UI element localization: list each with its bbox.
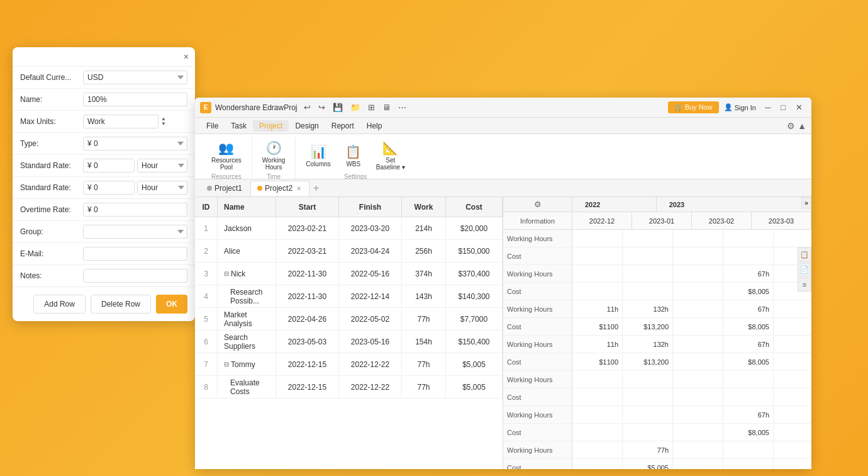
email-input[interactable] bbox=[83, 247, 187, 261]
menu-project[interactable]: Project bbox=[253, 120, 289, 132]
table-row[interactable]: 3 ⊟ Nick 2022-11-30 2022-05-16 374h $370… bbox=[195, 263, 503, 285]
name-value bbox=[83, 93, 187, 106]
gantt-month-row: Information 2022-12 2023-01 2023-02 2023… bbox=[503, 212, 811, 230]
table-row[interactable]: 7 ⊟ Tommy 2022-12-15 2022-12-22 77h $5,0… bbox=[195, 353, 503, 376]
gantt-data-3-cost-2023-01: $13,200 bbox=[623, 318, 673, 335]
window-close-button[interactable]: ✕ bbox=[792, 101, 806, 113]
ribbon-group-resources: 👥 ResourcesPool Resources bbox=[201, 138, 252, 179]
ok-button[interactable]: OK bbox=[156, 295, 187, 314]
tab-project2[interactable]: Project2 ✕ bbox=[250, 181, 309, 196]
menu-help[interactable]: Help bbox=[360, 120, 389, 132]
settings-gear-button[interactable]: ⚙ bbox=[787, 121, 795, 131]
tab-project1-label: Project1 bbox=[214, 184, 242, 193]
maximize-button[interactable]: □ bbox=[777, 101, 789, 113]
td-finish: 2022-12-14 bbox=[339, 285, 402, 307]
tab-project1[interactable]: Project1 bbox=[200, 181, 249, 196]
gantt-data-4-wh-2023-03: 67h bbox=[723, 336, 774, 353]
gantt-data-2-cost-2023-01 bbox=[623, 283, 673, 300]
default-currency-select[interactable]: USDEUR bbox=[83, 71, 187, 84]
td-cost: $5,005 bbox=[446, 353, 503, 375]
gantt-data-6-cost-2022-12 bbox=[572, 424, 623, 441]
gantt-month-2023-02: 2023-02 bbox=[692, 212, 752, 230]
menu-task[interactable]: Task bbox=[225, 120, 253, 132]
side-btn-2[interactable]: 📄 bbox=[798, 263, 811, 277]
gantt-data-7-cost-2023-03 bbox=[723, 459, 774, 469]
minimize-button[interactable]: ─ bbox=[761, 101, 774, 113]
gantt-data-2-wh-2022-12 bbox=[572, 265, 623, 282]
buy-now-button[interactable]: 🛒 Buy Now bbox=[668, 101, 719, 113]
gantt-data-4-wh-2022-12: 11h bbox=[572, 336, 623, 353]
more-button[interactable]: ⋯ bbox=[396, 101, 409, 113]
max-units-input[interactable] bbox=[83, 115, 159, 128]
menu-report[interactable]: Report bbox=[325, 120, 360, 132]
td-name: ⊟ Nick bbox=[218, 263, 276, 285]
name-input[interactable] bbox=[83, 93, 187, 106]
table-row[interactable]: 4 Research Possib... 2022-11-30 2022-12-… bbox=[195, 285, 503, 308]
collapse-ribbon-button[interactable]: ▲ bbox=[798, 121, 806, 131]
standard-rate-1-input[interactable] bbox=[83, 159, 135, 173]
gantt-row-3-wh: Working Hours 11h 132h 67h bbox=[503, 300, 811, 318]
gantt-label-wh-5: Working Hours bbox=[503, 371, 572, 388]
wbs-icon: 📋 bbox=[345, 144, 361, 159]
type-select[interactable]: ¥ 0 bbox=[83, 137, 187, 150]
th-cost: Cost bbox=[446, 197, 503, 217]
gantt-settings-icon: ⚙ bbox=[534, 200, 542, 209]
menu-design[interactable]: Design bbox=[289, 120, 325, 132]
side-btn-1[interactable]: 📋 bbox=[798, 247, 811, 262]
notes-input[interactable] bbox=[83, 269, 187, 283]
tab-add-button[interactable]: + bbox=[311, 183, 321, 194]
delete-row-button[interactable]: Delete Row bbox=[91, 295, 151, 314]
td-cost: $370,400 bbox=[446, 263, 503, 285]
td-id: 5 bbox=[195, 308, 218, 330]
standard-rate-2-input[interactable] bbox=[83, 181, 135, 195]
sign-in-button[interactable]: 👤 Sign In bbox=[724, 103, 756, 111]
set-baseline-button[interactable]: 📐 SetBaseline ▾ bbox=[371, 138, 410, 173]
menu-file[interactable]: File bbox=[200, 120, 225, 132]
table-row[interactable]: 5 Market Analysis 2022-04-26 2022-05-02 … bbox=[195, 308, 503, 331]
grid-button[interactable]: ⊞ bbox=[365, 101, 377, 113]
gantt-row-6-cost: Cost $8,005 bbox=[503, 424, 811, 441]
standard-rate-2-unit-select[interactable]: HourDay bbox=[137, 181, 187, 195]
email-value bbox=[83, 247, 187, 261]
folder-button[interactable]: 📁 bbox=[348, 101, 363, 113]
resources-pool-button[interactable]: 👥 ResourcesPool bbox=[206, 138, 247, 173]
td-finish: 2022-05-02 bbox=[339, 308, 402, 330]
table-row[interactable]: 2 Alice 2022-03-21 2023-04-24 256h $150,… bbox=[195, 240, 503, 263]
wbs-button[interactable]: 📋 WBS bbox=[338, 142, 369, 170]
gantt-label-wh-7: Working Hours bbox=[503, 441, 572, 458]
notes-label: Notes: bbox=[20, 271, 83, 280]
gantt-body: Working Hours Cost Working Hours bbox=[503, 230, 811, 469]
undo-button[interactable]: ↩ bbox=[301, 101, 313, 113]
title-bar-left: E Wondershare EdrawProj ↩ ↪ 💾 📁 ⊞ 🖥 ⋯ bbox=[200, 101, 409, 113]
standard-rate-1-row: Standard Rate: HourDay bbox=[13, 155, 195, 177]
table-row[interactable]: 1 Jackson 2023-02-21 2023-03-20 214h $20… bbox=[195, 217, 503, 240]
gantt-data-5-cost-2022-12 bbox=[572, 388, 623, 405]
table-row[interactable]: 6 Search Suppliers 2023-05-03 2023-05-16… bbox=[195, 331, 503, 353]
monitor-button[interactable]: 🖥 bbox=[380, 101, 393, 113]
save-button[interactable]: 💾 bbox=[330, 101, 345, 113]
td-finish: 2023-04-24 bbox=[339, 240, 402, 262]
collapse-icon: ⊟ bbox=[224, 361, 229, 368]
tab-project2-close[interactable]: ✕ bbox=[295, 185, 303, 192]
gantt-data-4-wh-2023-02 bbox=[673, 336, 723, 353]
table-row[interactable]: 8 Evaluate Costs 2022-12-15 2022-12-22 7… bbox=[195, 376, 503, 399]
add-row-button[interactable]: Add Row bbox=[33, 295, 86, 314]
table-rows: 1 Jackson 2023-02-21 2023-03-20 214h $20… bbox=[195, 217, 503, 399]
td-work: 143h bbox=[402, 285, 446, 307]
standard-rate-1-value: HourDay bbox=[83, 159, 187, 173]
gantt-data-6-cost-2023-01 bbox=[623, 424, 673, 441]
side-btn-3[interactable]: ≡ bbox=[798, 278, 811, 292]
td-work: 214h bbox=[402, 217, 446, 239]
window-controls: ─ □ ✕ bbox=[761, 101, 806, 113]
working-hours-button[interactable]: 🕐 WorkingHours bbox=[257, 138, 291, 173]
group-select[interactable] bbox=[83, 225, 187, 239]
redo-button[interactable]: ↪ bbox=[316, 101, 328, 113]
gantt-expand-button[interactable]: » bbox=[801, 197, 811, 208]
columns-button[interactable]: 📊 Columns bbox=[301, 142, 335, 170]
close-button[interactable]: × bbox=[184, 52, 189, 61]
gantt-data-3-wh-2022-12: 11h bbox=[572, 300, 623, 317]
gantt-data-1-wh-2023-03 bbox=[723, 230, 774, 247]
standard-rate-1-unit-select[interactable]: HourDay bbox=[137, 159, 187, 173]
stepper-down-button[interactable]: ▼ bbox=[160, 122, 167, 127]
overtime-rate-input[interactable] bbox=[83, 203, 187, 217]
